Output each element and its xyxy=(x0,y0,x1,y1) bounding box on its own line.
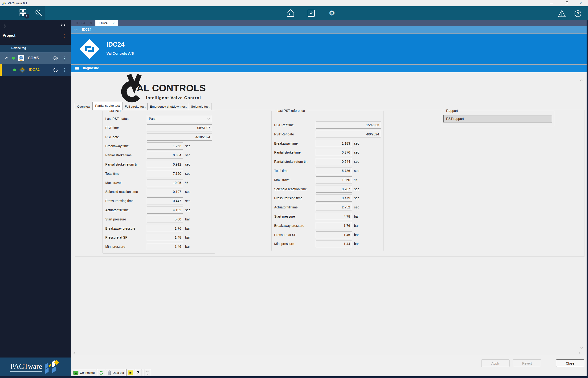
pst-rapport-button[interactable]: PST rapport xyxy=(443,115,552,122)
field-value[interactable]: 19.60 xyxy=(316,176,352,183)
close-window-button[interactable]: × xyxy=(574,0,588,6)
collapse-panel-icon[interactable] xyxy=(60,24,65,26)
field-value[interactable]: 5.00 xyxy=(147,216,183,223)
test-tab-label: Emergency shutdown test xyxy=(150,105,186,108)
field-value[interactable]: 1.44 xyxy=(316,240,352,247)
field-label: Actuator fill time xyxy=(274,204,298,211)
settings-gear-icon[interactable]: ⚙ xyxy=(328,9,336,18)
field-value[interactable]: 19.05 xyxy=(147,179,183,186)
field-value[interactable]: 4.78 xyxy=(316,213,352,220)
field-value[interactable]: 0.944 xyxy=(316,158,352,165)
pactware-app-icon xyxy=(2,1,6,5)
node-menu-icon[interactable]: ⋮ xyxy=(62,56,67,61)
field-value[interactable]: 1.48 xyxy=(147,234,183,241)
pst-ref-field-row: Breakaway pressure 1.76 bar xyxy=(272,222,383,229)
menu-icon[interactable] xyxy=(75,67,79,71)
field-value[interactable]: 0.912 xyxy=(147,161,183,168)
field-value[interactable]: 1.76 xyxy=(316,222,352,229)
dataset-label: Data set xyxy=(113,371,124,375)
help-icon[interactable]: ? xyxy=(574,9,582,18)
close-icon[interactable]: × xyxy=(113,21,114,25)
field-unit: bar xyxy=(354,231,359,238)
scroll-up-icon[interactable] xyxy=(580,79,583,82)
field-value[interactable]: 2.752 xyxy=(316,204,352,211)
test-tab[interactable]: Partial stroke test xyxy=(92,102,123,110)
field-value[interactable]: 0.376 xyxy=(316,149,352,156)
field-value[interactable]: 0.447 xyxy=(147,197,183,204)
document-tab[interactable]: IDC24 × xyxy=(73,20,96,26)
main-content: IDC24 × IDC24 × IDC24 IDC24 Val Controls… xyxy=(71,20,588,378)
project-menu-icon[interactable]: ⋮ xyxy=(62,34,67,38)
indicator-panel xyxy=(144,369,151,376)
test-tab[interactable]: Full stroke test xyxy=(123,103,148,110)
close-button[interactable]: Close xyxy=(556,359,584,367)
field-value[interactable]: 0.197 xyxy=(147,188,183,195)
pst-ref-field-row: Total time 5.736 sec xyxy=(272,167,383,174)
field-label: Solenoid reaction time xyxy=(274,186,307,193)
download-data-icon[interactable] xyxy=(307,9,316,18)
device-search-icon[interactable] xyxy=(34,9,43,18)
dropdown-value: Pass xyxy=(149,117,156,121)
edit-pen-icon[interactable] xyxy=(53,55,59,61)
pst-field-row: PST date 4/10/2024 xyxy=(103,134,215,141)
restore-button[interactable] xyxy=(559,0,574,6)
tree-node-idc24[interactable]: IDC24 ⋮ xyxy=(0,64,71,76)
document-tab[interactable]: IDC24 × xyxy=(96,20,118,26)
field-unit: sec xyxy=(185,161,190,168)
scroll-down-icon[interactable] xyxy=(580,346,583,349)
warning-icon[interactable] xyxy=(557,9,566,18)
close-icon[interactable]: × xyxy=(90,21,92,25)
collapse-node-icon[interactable] xyxy=(5,57,8,60)
revert-button[interactable]: Revert xyxy=(513,359,541,367)
field-label: Partial stroke time xyxy=(105,152,132,159)
tree-node-com5[interactable]: COM5 ⋮ xyxy=(0,52,71,64)
field-label: Max. travel xyxy=(105,179,121,186)
test-tab[interactable]: Solenoid test xyxy=(189,103,212,110)
field-value[interactable]: 1.183 xyxy=(316,140,352,147)
test-tab[interactable]: Emergency shutdown test xyxy=(148,103,189,110)
field-value[interactable]: 0.479 xyxy=(316,195,352,202)
test-tab-label: Solenoid test xyxy=(191,105,209,108)
apply-button[interactable]: Apply xyxy=(481,359,509,367)
node-menu-icon[interactable]: ⋮ xyxy=(62,68,67,72)
field-value[interactable]: 7.190 xyxy=(147,170,183,177)
field-value[interactable]: 0.384 xyxy=(147,152,183,159)
minimize-button[interactable] xyxy=(544,0,559,6)
pactware-logo-mark xyxy=(44,360,60,374)
field-value[interactable]: 1.46 xyxy=(147,243,183,250)
expand-panel-icon[interactable] xyxy=(3,24,5,28)
dataset-cylinder-icon xyxy=(108,370,111,375)
field-label: Pressure at SP xyxy=(105,234,127,241)
field-unit: sec xyxy=(185,152,190,159)
field-value[interactable]: 08:51:07 xyxy=(147,124,212,131)
field-value[interactable]: 1.76 xyxy=(147,225,183,232)
field-unit: % xyxy=(354,176,357,183)
horizontal-scrollbar[interactable] xyxy=(71,351,588,356)
document-tab-label: IDC24 xyxy=(99,21,108,25)
field-value[interactable]: 4.192 xyxy=(147,206,183,214)
scroll-left-icon[interactable] xyxy=(73,352,76,354)
field-unit: sec xyxy=(354,204,359,211)
connected-label: Connected xyxy=(80,371,95,375)
title-bar: PACTware 6.1 × xyxy=(0,0,588,6)
device-title: IDC24 xyxy=(107,41,125,48)
field-value[interactable]: 1.253 xyxy=(147,142,183,149)
field-label: Breakaway time xyxy=(105,142,129,149)
scroll-right-icon[interactable] xyxy=(578,352,580,354)
field-value[interactable]: 5.736 xyxy=(316,167,352,174)
topology-grid-icon[interactable]: 2 xyxy=(19,9,28,18)
field-value[interactable]: 4/9/2024 xyxy=(316,131,381,138)
field-value[interactable]: 0.207 xyxy=(316,186,352,193)
field-value[interactable]: 4/10/2024 xyxy=(147,134,212,141)
field-value[interactable]: 15:46:33 xyxy=(316,122,381,129)
test-tab[interactable]: Overview xyxy=(75,103,93,110)
field-value[interactable]: 1.46 xyxy=(316,231,352,238)
diagnostic-menu-bar[interactable]: Diagnostic xyxy=(71,64,588,72)
com-port-icon xyxy=(18,55,25,61)
test-tab-label: Partial stroke test xyxy=(95,104,120,108)
last-pst-reference-group: Last PST reference PST Ref time 15:46:33… xyxy=(271,111,383,251)
edit-pen-icon[interactable] xyxy=(53,67,59,73)
device-collapse-band[interactable]: IDC24 xyxy=(71,26,588,33)
home-back-icon[interactable] xyxy=(286,9,295,18)
last-pst-status-dropdown[interactable]: Pass xyxy=(147,115,212,122)
